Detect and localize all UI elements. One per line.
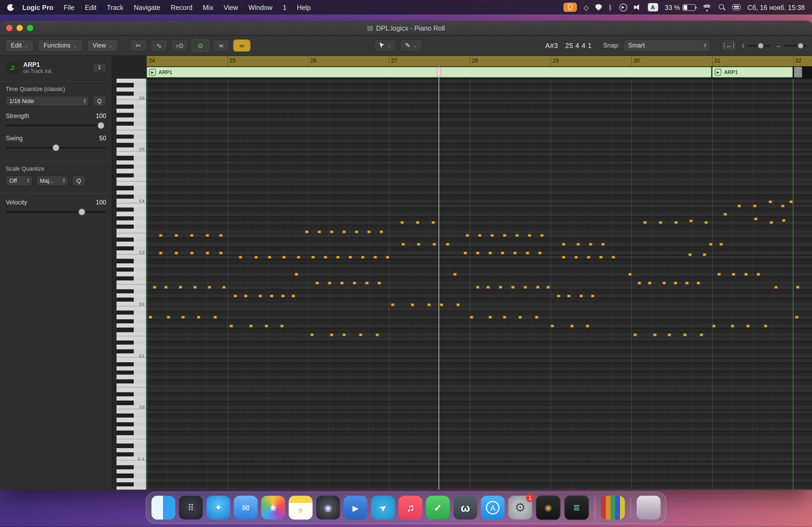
time-quantize-select[interactable]: 1/16 Note ▴▾ — [6, 96, 89, 106]
midi-note[interactable] — [591, 295, 595, 298]
midi-note[interactable] — [466, 234, 469, 237]
menu-record[interactable]: Record — [165, 3, 197, 11]
piano-key-white[interactable] — [117, 461, 146, 465]
piano-key-white[interactable] — [117, 281, 146, 285]
midi-note[interactable] — [557, 295, 561, 298]
midi-note[interactable] — [361, 256, 365, 259]
piano-key-white[interactable]: C6 — [117, 96, 146, 100]
midi-note[interactable] — [159, 234, 163, 237]
midi-note[interactable] — [352, 282, 356, 285]
piano-key-white[interactable] — [117, 332, 146, 336]
input-source-icon[interactable]: A — [648, 3, 658, 12]
midi-note[interactable] — [206, 234, 209, 237]
midi-note[interactable] — [391, 303, 395, 306]
midi-note[interactable] — [513, 252, 517, 255]
midi-note[interactable] — [380, 230, 383, 234]
piano-key-white[interactable] — [117, 169, 146, 173]
midi-note[interactable] — [634, 333, 637, 336]
midi-note[interactable] — [323, 256, 327, 259]
piano-key-black[interactable] — [117, 225, 146, 229]
midi-note[interactable] — [704, 221, 708, 224]
midi-note[interactable] — [206, 252, 209, 255]
dock-music-icon[interactable]: ♫ — [398, 496, 422, 520]
midi-note[interactable] — [355, 230, 359, 234]
piano-key-white[interactable] — [117, 486, 146, 490]
midi-note[interactable] — [528, 234, 532, 237]
midi-note[interactable] — [470, 316, 474, 319]
piano-key-black[interactable] — [117, 328, 146, 332]
piano-key-black[interactable] — [117, 482, 146, 486]
midi-note[interactable] — [258, 295, 262, 298]
midi-note[interactable] — [463, 252, 467, 255]
scissors-icon[interactable]: ✂ — [129, 40, 147, 52]
midi-note[interactable] — [282, 256, 286, 259]
midi-note[interactable] — [587, 256, 591, 259]
swing-slider[interactable] — [6, 144, 106, 152]
strength-slider[interactable] — [6, 122, 106, 129]
midi-note[interactable] — [402, 243, 405, 246]
volume-icon[interactable] — [634, 4, 641, 10]
piano-key-white[interactable]: C2 — [117, 302, 146, 306]
midi-out-icon[interactable]: ⊙ — [192, 40, 209, 52]
strength-knob[interactable] — [98, 122, 104, 129]
midi-note[interactable] — [446, 243, 450, 246]
midi-note[interactable] — [317, 230, 321, 234]
midi-note[interactable] — [703, 253, 707, 256]
inspector-tray-button[interactable]: ↧ — [93, 63, 106, 72]
menu-file[interactable]: File — [59, 3, 80, 11]
midi-note[interactable] — [207, 286, 211, 289]
midi-note[interactable] — [770, 221, 773, 224]
midi-note[interactable] — [153, 286, 157, 289]
piano-key-white[interactable] — [117, 358, 146, 362]
dock-plugin-a-icon[interactable]: ◉ — [536, 495, 561, 520]
midi-note[interactable] — [536, 286, 540, 289]
dock-plugin-b-icon[interactable]: ≣ — [564, 495, 589, 520]
midi-note[interactable] — [367, 230, 371, 234]
piano-key-white[interactable] — [117, 366, 146, 371]
piano-key-white[interactable] — [117, 345, 146, 349]
dock-books-icon[interactable] — [601, 496, 625, 520]
piano-key-black[interactable] — [117, 371, 146, 375]
piano-key-white[interactable] — [117, 152, 146, 156]
piano-key-black[interactable] — [117, 186, 146, 190]
piano-key-white[interactable]: C3 — [117, 250, 146, 255]
dock-finder-icon[interactable] — [151, 496, 175, 520]
midi-note[interactable] — [342, 333, 346, 336]
auto-zoom-button[interactable]: ↔ — [721, 40, 737, 52]
piano-key-white[interactable] — [117, 388, 146, 392]
microphone-status-button[interactable] — [563, 3, 577, 12]
pointer-tool-button[interactable]: ⌄ — [374, 40, 396, 52]
midi-note[interactable] — [342, 230, 346, 234]
scale-root-select[interactable]: Off ▴▾ — [6, 176, 32, 186]
piano-key-white[interactable] — [117, 439, 146, 443]
midi-note[interactable] — [753, 205, 757, 208]
piano-key-white[interactable] — [117, 182, 146, 186]
midi-in-icon[interactable]: ›⊙ — [171, 40, 189, 52]
midi-note[interactable] — [579, 295, 583, 298]
piano-key-black[interactable] — [117, 268, 146, 272]
region-lane[interactable]: ▶ARP1▶ARP1 — [147, 66, 812, 79]
piano-key-black[interactable] — [117, 379, 146, 383]
midi-note[interactable] — [432, 243, 436, 246]
spotlight-search-icon[interactable] — [718, 4, 726, 11]
midi-note[interactable] — [359, 333, 363, 336]
midi-note[interactable] — [349, 256, 352, 259]
piano-key-white[interactable] — [117, 293, 146, 298]
midi-note[interactable] — [244, 295, 248, 298]
piano-key-white[interactable] — [117, 263, 146, 268]
piano-key-black[interactable] — [117, 83, 146, 87]
midi-note[interactable] — [439, 303, 443, 306]
midi-note[interactable] — [663, 282, 666, 285]
midi-note[interactable] — [499, 286, 503, 289]
dock-notes-icon[interactable]: ≡ — [289, 496, 313, 520]
midi-note[interactable] — [294, 273, 298, 276]
piano-key-black[interactable] — [117, 401, 146, 405]
midi-note[interactable] — [417, 243, 421, 246]
midi-note[interactable] — [229, 325, 233, 328]
midi-note[interactable] — [796, 286, 800, 289]
close-button[interactable] — [6, 25, 12, 31]
midi-note[interactable] — [476, 252, 480, 255]
midi-note[interactable] — [456, 303, 460, 306]
midi-note[interactable] — [214, 316, 217, 319]
midi-note[interactable] — [254, 256, 258, 259]
